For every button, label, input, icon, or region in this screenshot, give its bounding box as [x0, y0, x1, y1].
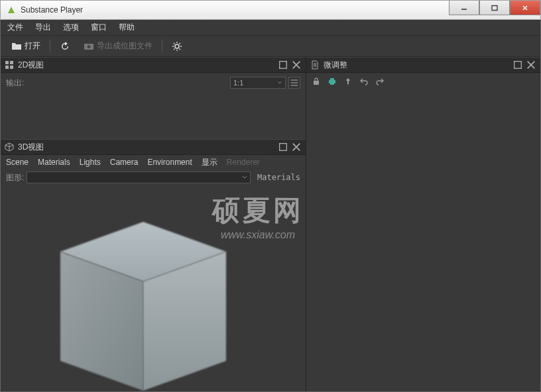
- document-icon: [310, 60, 320, 70]
- minimize-button[interactable]: [449, 1, 479, 15]
- view2d-options-button[interactable]: [288, 77, 300, 89]
- svg-rect-18: [330, 83, 334, 85]
- menu-export[interactable]: 导出: [35, 22, 51, 33]
- panel-tweaks-close[interactable]: [526, 60, 536, 70]
- panel-2d-title: 2D视图: [18, 60, 44, 71]
- close-button[interactable]: [510, 1, 540, 15]
- cube-mesh: [34, 212, 233, 391]
- materials-button[interactable]: Materials: [257, 173, 300, 182]
- camera-icon: [84, 41, 94, 52]
- svg-point-3: [88, 45, 91, 48]
- tab-scene[interactable]: Scene: [6, 158, 29, 167]
- folder-open-icon: [11, 41, 22, 52]
- shape-row: 图形: Materials: [1, 170, 306, 185]
- refresh-icon: [60, 41, 70, 52]
- svg-rect-6: [10, 61, 13, 64]
- svg-rect-7: [5, 66, 9, 69]
- menu-file[interactable]: 文件: [7, 22, 23, 33]
- viewport-3d[interactable]: [1, 185, 306, 391]
- panel-2d-header: 2D视图: [1, 57, 306, 73]
- panel-tweaks-title: 微调整: [324, 60, 347, 71]
- tab-display[interactable]: 显示: [202, 157, 217, 168]
- panel-3d-header: 3D视图: [1, 139, 306, 155]
- menu-options[interactable]: 选项: [63, 22, 79, 33]
- grid-icon: [5, 60, 14, 70]
- panel-3d-tabs: Scene Materials Lights Camera Environmen…: [1, 155, 306, 170]
- refresh-button[interactable]: [56, 39, 74, 54]
- cube-icon: [5, 142, 14, 152]
- maximize-button[interactable]: [479, 1, 510, 15]
- svg-rect-5: [5, 61, 9, 64]
- bars-icon: [289, 77, 300, 88]
- chevron-down-icon: [242, 175, 247, 180]
- lock-icon[interactable]: [312, 77, 321, 86]
- menu-window[interactable]: 窗口: [91, 22, 107, 33]
- menu-help[interactable]: 帮助: [119, 22, 135, 33]
- panel-3d-title: 3D视图: [18, 142, 44, 153]
- tab-environment[interactable]: Environment: [147, 158, 192, 167]
- tab-renderer: Renderer: [227, 158, 260, 167]
- open-button[interactable]: 打开: [7, 38, 44, 54]
- export-bitmap-button[interactable]: 导出成位图文件: [80, 38, 156, 54]
- shape-label: 图形:: [6, 172, 24, 183]
- settings-button[interactable]: [168, 39, 186, 54]
- tab-materials[interactable]: Materials: [38, 158, 70, 167]
- panel-2d-popout[interactable]: [278, 60, 288, 70]
- svg-rect-15: [314, 81, 319, 85]
- menubar: 文件 导出 选项 窗口 帮助: [1, 20, 540, 36]
- svg-rect-8: [10, 66, 13, 69]
- app-logo-icon: [6, 5, 17, 15]
- panel-2d-body: 输出: 1:1: [1, 73, 306, 139]
- undo-icon[interactable]: [359, 77, 369, 86]
- window-title: Substance Player: [21, 5, 83, 15]
- toolbar: 打开 导出成位图文件: [1, 36, 540, 57]
- svg-point-4: [175, 44, 179, 48]
- tweaks-body: [306, 90, 540, 391]
- tab-lights[interactable]: Lights: [80, 158, 101, 167]
- pin-icon[interactable]: [343, 77, 353, 86]
- svg-rect-10: [280, 144, 287, 151]
- svg-rect-1: [492, 5, 497, 10]
- svg-rect-14: [514, 62, 522, 69]
- window-titlebar: Substance Player: [0, 0, 541, 20]
- panel-3d-close[interactable]: [291, 142, 302, 152]
- tab-camera[interactable]: Camera: [110, 158, 139, 167]
- tweaks-toolbar: [306, 73, 540, 90]
- panel-tweaks-popout[interactable]: [512, 60, 523, 70]
- chevron-down-icon: [277, 80, 282, 85]
- panel-2d-close[interactable]: [291, 60, 302, 70]
- gear-sun-icon: [172, 41, 182, 52]
- print-icon[interactable]: [328, 77, 337, 86]
- redo-icon[interactable]: [375, 77, 385, 86]
- svg-rect-17: [330, 78, 334, 80]
- output-label: 输出:: [6, 77, 24, 89]
- panel-tweaks-header: 微调整: [306, 57, 540, 73]
- panel-3d-popout[interactable]: [278, 142, 288, 152]
- svg-rect-9: [280, 62, 287, 69]
- ratio-select[interactable]: 1:1: [230, 77, 286, 89]
- shape-select[interactable]: [27, 172, 251, 183]
